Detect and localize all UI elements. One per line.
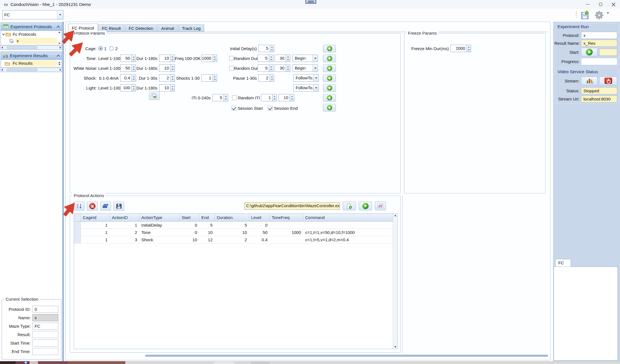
bottom-splitter-bar[interactable] — [145, 355, 548, 357]
spinner-buttons[interactable] — [286, 55, 290, 62]
iti-spinner[interactable]: 5 — [212, 94, 228, 101]
spinner-buttons[interactable] — [269, 64, 273, 72]
scroll-left-icon[interactable] — [1, 69, 3, 71]
tone-dur-value[interactable]: 10 — [159, 55, 171, 62]
save-button[interactable] — [578, 10, 592, 21]
spinner-buttons[interactable] — [213, 74, 217, 82]
run-maze-controller-button[interactable] — [359, 202, 372, 210]
pause-value[interactable]: 2 — [258, 74, 270, 82]
settings-button[interactable] — [592, 10, 606, 21]
spinner-buttons[interactable] — [132, 74, 136, 82]
minimize-button[interactable] — [581, 0, 594, 9]
tone-dur-spinner[interactable]: 10 — [159, 55, 175, 62]
tree-vertical-scroll[interactable] — [57, 31, 62, 45]
add-white-noise-button[interactable] — [323, 64, 336, 72]
window-drag-handle[interactable] — [305, 0, 316, 4]
pause-spinner[interactable]: 2 — [258, 74, 274, 82]
spinner-buttons[interactable] — [286, 64, 290, 72]
run-protocol-field[interactable]: x — [581, 32, 617, 39]
light-dur-value[interactable]: 10 — [159, 84, 171, 91]
tree-vertical-scroll[interactable] — [57, 60, 62, 67]
spinner-buttons[interactable] — [132, 55, 136, 62]
cage-1-radio[interactable] — [98, 46, 103, 51]
combo-dropdown-button[interactable] — [313, 75, 318, 81]
spinner-buttons[interactable] — [132, 84, 136, 91]
random-dur-2-max[interactable]: 30 — [275, 64, 286, 72]
session-start-checkbox[interactable] — [231, 106, 236, 111]
end-time-field[interactable] — [32, 348, 58, 355]
noise-dur-value[interactable]: 10 — [159, 64, 171, 72]
start-experiment-button[interactable] — [581, 48, 597, 56]
shock-dur-value[interactable]: 2 — [159, 74, 171, 82]
shocks-count-spinner[interactable]: 1 — [201, 74, 217, 82]
noise-dur-spinner[interactable]: 10 — [159, 64, 175, 72]
col-cageid[interactable]: CageId — [81, 214, 110, 221]
add-light-button[interactable] — [323, 84, 336, 92]
spinner-buttons[interactable] — [269, 55, 273, 62]
shocks-count-value[interactable]: 1 — [201, 74, 213, 82]
maze-controller-path-field[interactable]: C:\github2\appFearCondition\bin\MazeCont… — [244, 202, 340, 210]
scroll-right-icon[interactable] — [60, 46, 61, 49]
spinner-buttons[interactable] — [224, 94, 228, 101]
protocols-panel-header[interactable]: Experiment Protocols — [1, 23, 62, 31]
noise-level-spinner[interactable]: 50 — [120, 64, 136, 72]
random-iti-max-spinner[interactable]: 10 — [278, 94, 294, 101]
spinner-buttons[interactable] — [171, 74, 175, 82]
result-field[interactable] — [32, 331, 58, 338]
protocols-h-scrollbar[interactable] — [1, 45, 62, 50]
add-iti-button[interactable] — [323, 94, 336, 102]
sidebar-splitter[interactable] — [62, 22, 64, 361]
noise-level-value[interactable]: 50 — [120, 64, 132, 72]
maze-type-combo[interactable]: FC — [2, 10, 63, 19]
scroll-thumb[interactable] — [6, 68, 37, 71]
tab-animal[interactable]: Animal — [157, 24, 178, 32]
table-v-scrollbar[interactable] — [393, 214, 397, 349]
light-dur-spinner[interactable]: 10 — [159, 84, 175, 91]
tab-fc-detection[interactable]: FC Detection — [125, 24, 157, 32]
iti-value[interactable]: 5 — [212, 94, 224, 101]
maze-type-field[interactable]: FC — [32, 323, 58, 330]
pause-follow-combo[interactable]: FollowTo... — [293, 74, 319, 82]
random-dur-2-max-spinner[interactable]: 30 — [275, 64, 290, 72]
random-dur-1-checkbox[interactable] — [229, 56, 234, 61]
run-result-field[interactable]: x_Res — [581, 40, 617, 47]
freeze-min-dur-spinner[interactable]: 2000 — [450, 45, 471, 52]
col-actiontype[interactable]: ActionType — [139, 214, 180, 221]
spinner-buttons[interactable] — [467, 45, 471, 52]
col-tonefreq[interactable]: ToneFreq — [270, 214, 303, 221]
col-actionid[interactable]: ActionID — [110, 214, 139, 221]
add-shock-button[interactable] — [323, 74, 336, 82]
close-button[interactable] — [607, 0, 620, 9]
initial-delay-value[interactable]: 5 — [258, 45, 270, 52]
light-level-spinner[interactable]: 100 — [120, 84, 136, 91]
col-duration[interactable]: Duration — [215, 214, 249, 221]
col-start[interactable]: Start — [180, 214, 199, 221]
expanded-chevron-icon[interactable] — [2, 32, 5, 35]
random-dur-1-min-spinner[interactable]: 5 — [258, 55, 273, 62]
title-bar[interactable]: cv ConductVision - hhe_1 - 20291231 Demo — [0, 0, 620, 9]
shock-ma-spinner[interactable]: 0.4 — [120, 74, 136, 82]
copy-protocol-button[interactable] — [149, 91, 160, 100]
browse-exe-button[interactable] — [343, 202, 356, 210]
random-dur-2-min-spinner[interactable]: 5 — [258, 64, 273, 72]
stream-uri-value[interactable]: localhost:8030 — [581, 95, 617, 102]
combo-dropdown-button[interactable] — [57, 10, 63, 19]
tone-freq-spinner[interactable]: 1000 — [201, 55, 217, 62]
collapse-icon[interactable] — [57, 55, 60, 58]
delete-action-button[interactable] — [87, 202, 98, 211]
scroll-up-icon[interactable] — [394, 215, 396, 216]
tone-freq-value[interactable]: 1000 — [201, 55, 213, 62]
tree-item-fc-protocols[interactable]: Fc Protocols — [1, 31, 62, 37]
toolbar-overflow-button[interactable] — [607, 14, 609, 19]
maximize-button[interactable] — [594, 0, 607, 9]
random-dur-1-min[interactable]: 5 — [258, 55, 269, 62]
tree-item-x[interactable]: x — [1, 37, 62, 44]
random-dur-1-position-combo[interactable]: Begin — [293, 55, 318, 62]
table-row[interactable]: 1 2 Tone 0 10 10 50 1000 c=1,t=1,v=50,d=… — [74, 229, 397, 236]
start-time-field[interactable] — [32, 340, 58, 347]
spinner-buttons[interactable] — [132, 64, 136, 72]
combo-dropdown-button[interactable] — [313, 84, 318, 91]
tone-level-value[interactable]: 50 — [120, 55, 132, 62]
random-dur-1-max[interactable]: 30 — [275, 55, 286, 62]
light-level-value[interactable]: 100 — [120, 84, 132, 91]
